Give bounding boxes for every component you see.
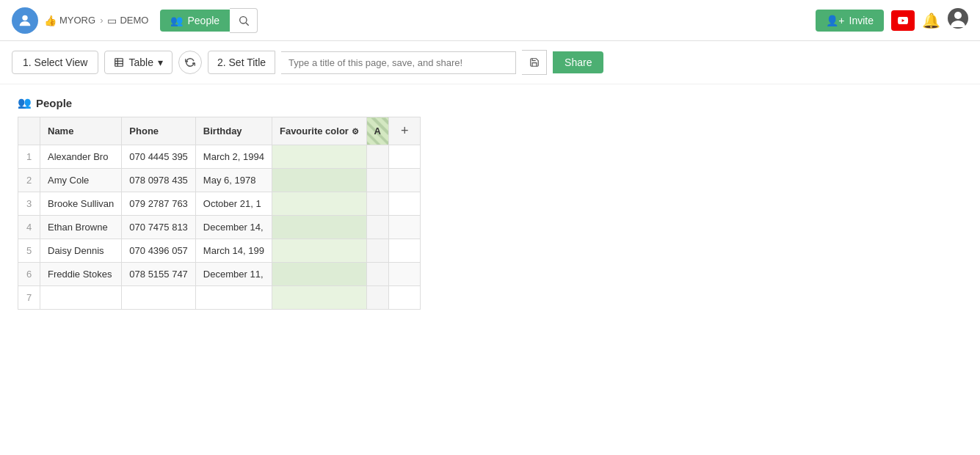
select-view-button[interactable]: 1. Select View	[12, 51, 98, 74]
row-num-cell: 6	[18, 263, 40, 286]
breadcrumb: 👍 MYORG › ▭ DEMO	[44, 15, 148, 26]
phone-cell[interactable]: 078 0978 435	[122, 169, 196, 192]
col-header-name: Name	[40, 117, 122, 145]
col-header-a: A	[366, 117, 388, 145]
toolbar: 1. Select View Table ▾ 2. Set Title Shar…	[0, 41, 980, 84]
table-row: 4Ethan Browne070 7475 813December 14,	[18, 216, 421, 239]
logo-avatar	[12, 7, 38, 34]
phone-cell[interactable]: 070 7475 813	[122, 216, 196, 239]
name-cell[interactable]: Daisy Dennis	[40, 239, 122, 263]
nav-right: 👤+ Invite 🔔	[816, 8, 968, 32]
demo-label: DEMO	[120, 15, 148, 26]
birthday-cell[interactable]: March 14, 199	[195, 239, 272, 263]
invite-icon: 👤+	[826, 15, 844, 26]
table-dropdown-button[interactable]: Table ▾	[104, 51, 172, 74]
user-avatar[interactable]	[948, 8, 968, 32]
name-cell[interactable]: Brooke Sullivan	[40, 192, 122, 216]
phone-cell[interactable]: 070 4445 395	[122, 145, 196, 169]
birthday-cell[interactable]	[195, 286, 272, 310]
favourite-color-cell[interactable]	[272, 263, 366, 286]
breadcrumb-demo[interactable]: ▭ DEMO	[107, 15, 148, 26]
section-title-text: People	[36, 97, 72, 109]
favourite-color-cell[interactable]	[272, 286, 366, 310]
name-cell[interactable]: Ethan Browne	[40, 216, 122, 239]
extra-col-cell	[388, 192, 421, 216]
phone-cell[interactable]	[122, 286, 196, 310]
extra-col-cell	[388, 263, 421, 286]
extra-col-cell	[388, 169, 421, 192]
people-button[interactable]: 👥 People	[160, 10, 230, 32]
table-row: 3Brooke Sullivan079 2787 763October 21, …	[18, 192, 421, 216]
org-label: MYORG	[59, 15, 95, 26]
section-title: 👥 People	[18, 96, 962, 109]
notifications-icon[interactable]: 🔔	[922, 12, 940, 29]
favourite-color-cell[interactable]	[272, 239, 366, 263]
search-bar: 👥 People	[160, 8, 659, 33]
extra-col-cell	[388, 239, 421, 263]
add-column-button[interactable]: +	[396, 123, 413, 139]
a-cell[interactable]	[366, 145, 388, 169]
extra-col-cell	[388, 286, 421, 310]
svg-line-2	[246, 23, 249, 26]
col-header-favourite-color: Favourite color ⚙	[272, 117, 366, 145]
save-button[interactable]	[522, 50, 547, 75]
birthday-cell[interactable]: March 2, 1994	[195, 145, 272, 169]
people-button-label: People	[187, 15, 219, 26]
name-cell[interactable]	[40, 286, 122, 310]
table-row: 5Daisy Dennis070 4396 057March 14, 199	[18, 239, 421, 263]
favourite-color-cell[interactable]	[272, 216, 366, 239]
youtube-button[interactable]	[891, 10, 915, 31]
birthday-cell[interactable]: December 11,	[195, 263, 272, 286]
svg-point-0	[22, 15, 27, 20]
breadcrumb-org[interactable]: 👍 MYORG	[44, 15, 95, 26]
phone-cell[interactable]: 070 4396 057	[122, 239, 196, 263]
favourite-color-cell[interactable]	[272, 145, 366, 169]
dropdown-arrow-icon: ▾	[158, 57, 163, 68]
people-icon: 👥	[170, 15, 183, 26]
row-num-cell: 2	[18, 169, 40, 192]
invite-label: Invite	[849, 15, 874, 26]
name-cell[interactable]: Freddie Stokes	[40, 263, 122, 286]
svg-rect-5	[115, 59, 123, 67]
col-header-birthday: Birthday	[195, 117, 272, 145]
a-cell[interactable]	[366, 263, 388, 286]
invite-button[interactable]: 👤+ Invite	[816, 10, 884, 32]
extra-col-cell	[388, 216, 421, 239]
birthday-cell[interactable]: May 6, 1978	[195, 169, 272, 192]
favourite-color-cell[interactable]	[272, 192, 366, 216]
name-cell[interactable]: Amy Cole	[40, 169, 122, 192]
favourite-color-settings-icon[interactable]: ⚙	[352, 127, 359, 136]
name-cell[interactable]: Alexander Bro	[40, 145, 122, 169]
breadcrumb-separator: ›	[100, 15, 103, 26]
a-cell[interactable]	[366, 192, 388, 216]
table-row: 2Amy Cole078 0978 435May 6, 1978	[18, 169, 421, 192]
svg-point-4	[954, 12, 962, 19]
main-content: 👥 People Name Phone Birthday Favourite c…	[0, 84, 980, 321]
people-table: Name Phone Birthday Favourite color ⚙ A …	[18, 117, 421, 310]
phone-cell[interactable]: 078 5155 747	[122, 263, 196, 286]
extra-col-cell	[388, 145, 421, 169]
svg-point-1	[239, 16, 246, 23]
phone-cell[interactable]: 079 2787 763	[122, 192, 196, 216]
title-input[interactable]	[281, 51, 516, 74]
birthday-cell[interactable]: October 21, 1	[195, 192, 272, 216]
favourite-color-cell[interactable]	[272, 169, 366, 192]
a-cell[interactable]	[366, 286, 388, 310]
birthday-cell[interactable]: December 14,	[195, 216, 272, 239]
search-button[interactable]	[230, 8, 258, 33]
row-num-cell: 3	[18, 192, 40, 216]
refresh-button[interactable]	[178, 51, 202, 74]
top-navigation: 👍 MYORG › ▭ DEMO 👥 People 👤+ Invite	[0, 0, 980, 41]
add-column-header: +	[388, 117, 421, 145]
row-num-cell: 4	[18, 216, 40, 239]
share-button[interactable]: Share	[553, 51, 603, 73]
col-header-phone: Phone	[122, 117, 196, 145]
a-cell[interactable]	[366, 169, 388, 192]
row-num-cell: 1	[18, 145, 40, 169]
table-row: 7	[18, 286, 421, 310]
a-cell[interactable]	[366, 216, 388, 239]
col-header-rownum	[18, 117, 40, 145]
a-cell[interactable]	[366, 239, 388, 263]
table-row: 6Freddie Stokes078 5155 747December 11,	[18, 263, 421, 286]
set-title-label: 2. Set Title	[208, 51, 275, 74]
